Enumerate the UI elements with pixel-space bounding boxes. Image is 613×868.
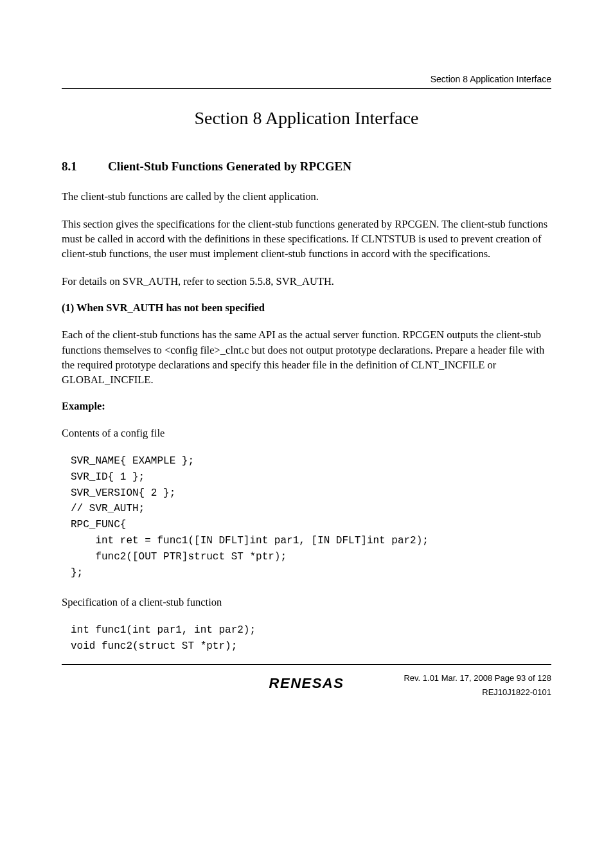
paragraph-api-desc: Each of the client-stub functions has th… — [62, 327, 551, 386]
example-label: Example: — [62, 400, 551, 413]
page-footer: RENESAS Rev. 1.01 Mar. 17, 2008 Page 93 … — [62, 664, 551, 700]
paragraph-intro: The client-stub functions are called by … — [62, 189, 551, 204]
sub-heading-1: (1) When SVR_AUTH has not been specified — [62, 302, 551, 314]
stub-spec-label: Specification of a client-stub function — [62, 595, 551, 610]
config-file-label: Contents of a config file — [62, 426, 551, 440]
subsection-heading: 8.1 Client-Stub Functions Generated by R… — [62, 159, 551, 174]
paragraph-svrauth-ref: For details on SVR_AUTH, refer to sectio… — [62, 274, 551, 289]
footer-doc-id: REJ10J1822-0101 — [404, 685, 551, 700]
renesas-logo: RENESAS — [269, 675, 344, 691]
code-stub-spec: int func1(int par1, int par2); void func… — [71, 622, 551, 655]
code-config-file: SVR_NAME{ EXAMPLE }; SVR_ID{ 1 }; SVR_VE… — [71, 453, 551, 581]
paragraph-spec: This section gives the specifications fo… — [62, 217, 551, 261]
running-header: Section 8 Application Interface — [62, 74, 551, 89]
footer-rev-info: Rev. 1.01 Mar. 17, 2008 Page 93 of 128 — [404, 671, 551, 685]
subsection-number: 8.1 — [62, 159, 108, 174]
subsection-title: Client-Stub Functions Generated by RPCGE… — [108, 159, 351, 174]
section-title: Section 8 Application Interface — [62, 108, 551, 129]
